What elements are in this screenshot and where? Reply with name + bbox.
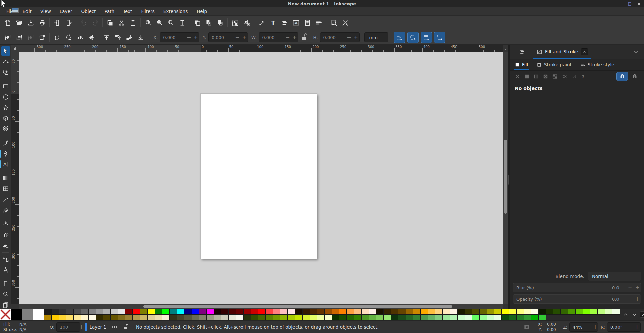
fill-stroke-dialog-button[interactable] — [256, 17, 267, 29]
vertical-ruler[interactable]: -50050100150200250300350 — [11, 52, 19, 304]
palette-swatch[interactable] — [391, 315, 398, 321]
palette-swatch[interactable] — [177, 309, 184, 315]
layers-dialog-button[interactable] — [279, 17, 290, 29]
palette-swatch[interactable] — [280, 315, 288, 321]
palette-swatch[interactable] — [52, 309, 59, 315]
palette-swatch[interactable] — [428, 315, 435, 321]
palette-swatch[interactable] — [362, 315, 369, 321]
palette-swatch[interactable] — [487, 315, 494, 321]
xml-editor-button[interactable]: <> — [290, 17, 302, 29]
paint-flat-icon[interactable] — [524, 74, 530, 79]
palette-swatch[interactable] — [546, 309, 553, 315]
lower-button[interactable] — [123, 32, 135, 43]
palette-swatch[interactable] — [140, 315, 148, 321]
palette-swatch[interactable] — [155, 309, 162, 315]
palette-swatch[interactable] — [59, 309, 66, 315]
palette-swatch[interactable] — [184, 309, 192, 315]
palette-swatch[interactable] — [517, 309, 524, 315]
palette-swatch[interactable] — [280, 309, 288, 315]
paint-none-icon[interactable] — [515, 74, 520, 79]
palette-swatch[interactable] — [251, 309, 258, 315]
zoom-drawing-button[interactable] — [154, 17, 165, 29]
current-layer-dropdown[interactable]: Layer 1 — [89, 324, 106, 330]
palette-swatch[interactable] — [199, 309, 207, 315]
palette-swatch[interactable] — [89, 309, 96, 315]
palette-swatch[interactable] — [44, 315, 52, 321]
x-decrement[interactable]: − — [185, 34, 192, 40]
scale-patterns-toggle[interactable] — [434, 32, 445, 43]
palette-swatch[interactable] — [421, 309, 428, 315]
menu-item-edit[interactable]: Edit — [18, 7, 36, 15]
palette-swatch[interactable] — [421, 315, 428, 321]
palette-swatch[interactable] — [531, 309, 539, 315]
palette-swatch[interactable] — [576, 309, 583, 315]
palette-swatch[interactable] — [384, 309, 391, 315]
object-opacity-field[interactable]: 100 − + — [56, 322, 80, 332]
palette-swatch[interactable] — [310, 309, 317, 315]
palette-swatch[interactable] — [480, 315, 487, 321]
palette-swatch[interactable] — [598, 309, 605, 315]
palette-swatch[interactable] — [583, 309, 590, 315]
chevron-down-icon[interactable] — [633, 48, 639, 55]
palette-swatch[interactable] — [332, 315, 339, 321]
rotation-field[interactable]: 0.00° − + — [607, 322, 641, 332]
palette-swatch[interactable] — [74, 315, 81, 321]
node-tool[interactable] — [1, 57, 10, 66]
palette-swatch[interactable] — [244, 315, 251, 321]
palette-swatch[interactable] — [524, 309, 531, 315]
copy-button[interactable] — [104, 17, 116, 29]
menu-item-layer[interactable]: Layer — [55, 7, 77, 15]
palette-swatch[interactable] — [502, 315, 509, 321]
palette-swatch[interactable] — [214, 309, 221, 315]
zoom-selection-button[interactable] — [142, 17, 154, 29]
close-button[interactable] — [637, 1, 641, 6]
display-mode-icon[interactable] — [503, 45, 508, 52]
tab-stroke-style[interactable]: Stroke style — [580, 59, 614, 70]
palette-swatch[interactable] — [487, 309, 494, 315]
vertical-scrollbar-thumb[interactable] — [504, 140, 507, 214]
palette-swatch[interactable] — [81, 309, 89, 315]
palette-swatch[interactable] — [11, 309, 22, 320]
palette-swatch[interactable] — [458, 315, 465, 321]
raise-button[interactable] — [112, 32, 123, 43]
palette-swatch[interactable] — [111, 309, 118, 315]
deselect-button[interactable] — [25, 32, 36, 43]
palette-swatch[interactable] — [221, 309, 229, 315]
palette-swatch[interactable] — [103, 315, 111, 321]
palette-swatch[interactable] — [66, 315, 74, 321]
palette-swatch[interactable] — [398, 309, 406, 315]
palette-swatch[interactable] — [89, 315, 96, 321]
select-all-button[interactable] — [2, 32, 13, 43]
palette-configure-icon[interactable] — [640, 311, 644, 318]
palette-swatch[interactable] — [303, 309, 310, 315]
y-decrement[interactable]: − — [234, 34, 241, 40]
palette-swatch[interactable] — [568, 309, 576, 315]
palette-swatch[interactable] — [539, 315, 546, 321]
palette-swatch[interactable] — [162, 309, 170, 315]
find-replace-button[interactable] — [328, 17, 339, 29]
palette-swatch[interactable] — [192, 309, 199, 315]
dock-tab-close-icon[interactable] — [581, 48, 588, 55]
maximize-button[interactable] — [627, 1, 632, 6]
dock-splitter[interactable] — [508, 45, 510, 309]
palette-swatch[interactable] — [59, 315, 66, 321]
palette-swatch[interactable] — [605, 309, 612, 315]
palette-swatch[interactable] — [33, 309, 44, 320]
w-increment[interactable]: + — [291, 34, 298, 40]
horizontal-scrollbar[interactable] — [19, 304, 503, 309]
palette-swatch[interactable] — [133, 315, 140, 321]
unlink-clone-button[interactable] — [214, 17, 226, 29]
palette-swatch[interactable] — [450, 315, 458, 321]
palette-swatch[interactable] — [458, 309, 465, 315]
palette-swatch[interactable] — [465, 309, 472, 315]
palette-swatch[interactable] — [509, 309, 517, 315]
palette-swatch[interactable] — [273, 315, 280, 321]
opacity-decrement[interactable]: − — [626, 296, 634, 302]
palette-swatch[interactable] — [325, 309, 332, 315]
palette-swatch[interactable] — [494, 315, 502, 321]
width-field[interactable]: 0.000 − + — [259, 32, 298, 42]
palette-swatch[interactable] — [207, 309, 214, 315]
palette-swatch-none[interactable] — [0, 309, 11, 320]
paint-linear-icon[interactable] — [533, 74, 539, 79]
box3d-tool[interactable] — [1, 114, 10, 123]
